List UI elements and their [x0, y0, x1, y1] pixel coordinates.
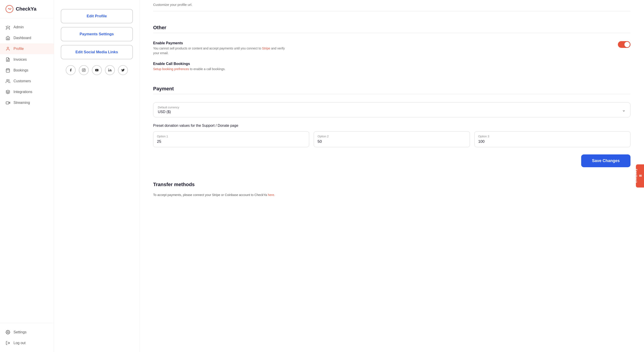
sidebar-label-customers: Customers	[14, 79, 31, 83]
svg-rect-14	[82, 69, 85, 71]
home-icon	[6, 35, 10, 40]
enable-payments-toggle[interactable]	[618, 41, 630, 48]
preset-inputs-row: Option 1 25 Option 2 50 Option 3 100	[153, 131, 630, 147]
enable-call-bookings-label: Enable Call Bookings	[153, 62, 226, 66]
sidebar-bottom: Settings Log out	[0, 323, 54, 352]
layers-icon	[6, 89, 10, 94]
sidebar-item-integrations[interactable]: Integrations	[0, 87, 54, 97]
enable-payments-desc-text: You cannot sell products or content and …	[153, 46, 261, 50]
enable-call-bookings-info: Enable Call Bookings Setup booking prefr…	[153, 62, 226, 71]
svg-rect-11	[6, 102, 9, 104]
enable-payments-desc: You cannot sell products or content and …	[153, 46, 288, 55]
payment-section-header: Payment	[153, 79, 630, 102]
facebook-icon-button[interactable]	[66, 65, 76, 75]
svg-marker-10	[6, 90, 10, 92]
transfer-description: To accept payments, please connect your …	[153, 192, 630, 197]
save-btn-row: Save Changes	[153, 155, 630, 167]
sidebar: CheckYa Admin Dashboard	[0, 0, 54, 352]
enable-call-bookings-desc: Setup booking prefrences to enable a cal…	[153, 67, 226, 71]
chevron-down-icon: ⌄	[622, 107, 626, 113]
stripe-link[interactable]: Stripe	[262, 46, 270, 50]
sidebar-item-bookings[interactable]: Bookings	[0, 65, 54, 76]
main-content: Edit Profile Payments Settings Edit Soci…	[54, 0, 644, 352]
edit-social-media-button[interactable]: Edit Social Media Links	[61, 45, 133, 59]
transfer-section-title: Transfer methods	[153, 182, 630, 187]
twitter-icon-button[interactable]	[118, 65, 128, 75]
setup-booking-link[interactable]: Setup booking prefrences	[153, 67, 189, 71]
user-icon	[6, 46, 10, 51]
sidebar-label-streaming: Streaming	[14, 101, 30, 105]
svg-point-12	[8, 332, 8, 333]
payments-settings-button[interactable]: Payments Settings	[61, 27, 133, 41]
other-divider	[153, 33, 630, 33]
sidebar-label-settings: Settings	[14, 330, 26, 334]
file-icon	[6, 57, 10, 62]
currency-select-label: Default currency	[158, 106, 626, 109]
users-icon	[6, 79, 10, 84]
other-section-title: Other	[153, 25, 630, 30]
sidebar-item-logout[interactable]: Log out	[0, 338, 54, 349]
payment-divider	[153, 94, 630, 94]
enable-call-bookings-desc-end: to enable a call bookings.	[190, 67, 226, 71]
sidebar-item-profile[interactable]: Profile	[0, 43, 54, 54]
enable-payments-label: Enable Payments	[153, 41, 288, 45]
currency-select-value: USD ($)	[158, 110, 626, 114]
video-icon	[6, 100, 10, 105]
option2-label: Option 2	[318, 135, 466, 138]
feedback-tab[interactable]: ✉ Feedback	[636, 164, 644, 187]
sidebar-item-streaming[interactable]: Streaming	[0, 97, 54, 108]
currency-select[interactable]: Default currency USD ($) ⌄	[153, 102, 630, 117]
preset-donation-label: Preset donation values for the Support /…	[153, 124, 630, 128]
social-icons-row	[66, 65, 128, 75]
option3-value[interactable]: 100	[478, 139, 627, 144]
feedback-label: Feedback	[634, 169, 638, 183]
svg-point-16	[84, 69, 85, 69]
sidebar-label-integrations: Integrations	[14, 90, 32, 94]
sidebar-label-invoices: Invoices	[14, 57, 27, 62]
sidebar-item-admin[interactable]: Admin	[0, 22, 54, 33]
svg-rect-18	[108, 70, 109, 71]
youtube-icon-button[interactable]	[92, 65, 102, 75]
sidebar-item-settings[interactable]: Settings	[0, 327, 54, 338]
transfer-section-header: Transfer methods	[153, 175, 630, 192]
option2-value[interactable]: 50	[318, 139, 466, 144]
enable-call-bookings-row: Enable Call Bookings Setup booking prefr…	[153, 62, 630, 71]
sidebar-nav: Admin Dashboard Profile	[0, 18, 54, 323]
logo-area: CheckYa	[0, 0, 54, 18]
save-changes-button[interactable]: Save Changes	[581, 155, 630, 167]
other-section-header: Other	[153, 17, 630, 41]
sidebar-item-invoices[interactable]: Invoices	[0, 54, 54, 65]
logo-text: CheckYa	[16, 6, 36, 12]
gear-icon	[6, 330, 10, 335]
option2-input[interactable]: Option 2 50	[314, 131, 470, 147]
svg-point-19	[108, 69, 109, 69]
sidebar-label-bookings: Bookings	[14, 68, 28, 72]
transfer-here-link[interactable]: here.	[268, 193, 275, 197]
edit-profile-button[interactable]: Edit Profile	[61, 9, 133, 23]
right-panel: Customize your profile url. Other Enable…	[140, 0, 644, 352]
sidebar-label-admin: Admin	[14, 25, 24, 29]
svg-rect-5	[6, 69, 10, 72]
profile-url-hint: Customize your profile url.	[153, 0, 630, 11]
instagram-icon-button[interactable]	[79, 65, 89, 75]
scale-icon	[6, 25, 10, 30]
svg-point-9	[6, 80, 8, 81]
toggle-thumb	[624, 42, 630, 47]
option1-input[interactable]: Option 1 25	[153, 131, 309, 147]
transfer-desc-text: To accept payments, please connect your …	[153, 193, 267, 197]
enable-payments-row: Enable Payments You cannot sell products…	[153, 41, 630, 55]
sidebar-label-profile: Profile	[14, 47, 24, 51]
svg-point-15	[83, 69, 84, 71]
option3-input[interactable]: Option 3 100	[474, 131, 630, 147]
feedback-icon: ✉	[638, 174, 642, 178]
linkedin-icon-button[interactable]	[105, 65, 115, 75]
option1-value[interactable]: 25	[157, 139, 305, 144]
enable-payments-info: Enable Payments You cannot sell products…	[153, 41, 288, 55]
logout-icon	[6, 341, 10, 346]
payment-section: Payment Default currency USD ($) ⌄ Prese…	[153, 79, 630, 197]
checkya-logo-icon	[6, 5, 14, 13]
calendar-icon	[6, 68, 10, 73]
sidebar-item-customers[interactable]: Customers	[0, 76, 54, 87]
sidebar-label-logout: Log out	[14, 341, 26, 345]
sidebar-item-dashboard[interactable]: Dashboard	[0, 33, 54, 43]
